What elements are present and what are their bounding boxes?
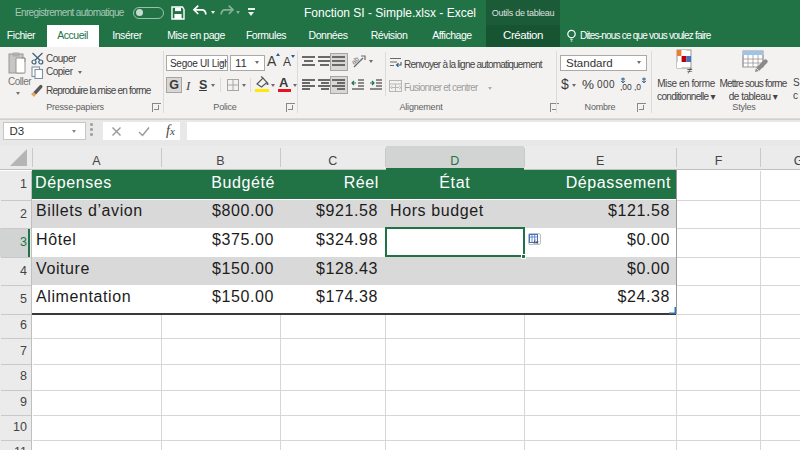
svg-text:fx: fx bbox=[534, 238, 540, 245]
svg-text:,00: ,00 bbox=[620, 82, 632, 91]
svg-text:≠: ≠ bbox=[687, 65, 693, 75]
svg-text:ab: ab bbox=[352, 55, 360, 66]
svg-text:,0: ,0 bbox=[634, 82, 641, 91]
